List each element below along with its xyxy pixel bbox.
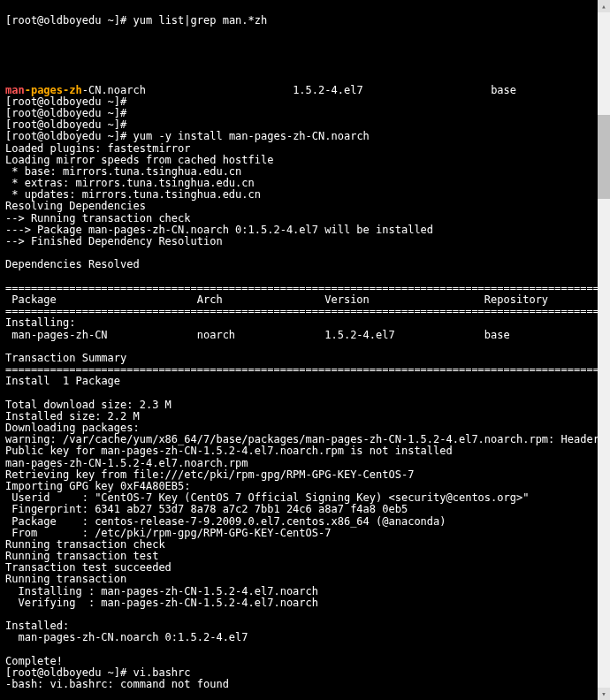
output-line: * base: mirrors.tuna.tsinghua.edu.cn xyxy=(5,165,241,178)
output-line: Total download size: 2.3 M xyxy=(5,399,172,411)
install-step: Installing : man-pages-zh-CN-1.5.2-4.el7… xyxy=(5,585,610,597)
output-line: Importing GPG key 0xF4A80EB5: xyxy=(5,480,191,492)
output-line: From : /etc/pki/rpm-gpg/RPM-GPG-KEY-Cent… xyxy=(5,527,331,539)
output-line: Running transaction check xyxy=(5,538,165,551)
divider: ========================================… xyxy=(5,282,610,294)
output-line: Running transaction xyxy=(5,573,126,585)
output-line: Loading mirror speeds from cached hostfi… xyxy=(5,154,273,166)
output-line: * extras: mirrors.tuna.tsinghua.edu.cn xyxy=(5,177,255,189)
output-line: Loaded plugins: fastestmirror xyxy=(5,142,191,155)
output-line: --> Running transaction check xyxy=(5,212,191,224)
error-line: -bash: vi.bashrc: command not found xyxy=(5,678,229,690)
output-line: Installed: xyxy=(5,620,69,632)
output-line: Installed size: 2.2 M xyxy=(5,410,140,422)
output-line: Downloading packages: xyxy=(5,422,140,434)
scroll-up-button[interactable]: ▴ xyxy=(598,0,610,12)
prompt-empty: [root@oldboyedu ~]# xyxy=(5,95,126,108)
scrollbar-track[interactable]: ▴ ▾ xyxy=(598,0,610,700)
output-line: Running transaction test xyxy=(5,550,158,562)
divider: ========================================… xyxy=(5,305,610,317)
table-header: Package Arch Version Repository Size xyxy=(5,293,610,306)
download-progress: man-pages-zh-CN-1.5.2-4.el7.noarch.rpm |… xyxy=(5,457,610,469)
output-line: * updates: mirrors.tuna.tsinghua.edu.cn xyxy=(5,188,261,201)
output-line: Transaction Summary xyxy=(5,352,126,364)
output-line: man-pages-zh-CN.noarch 0:1.5.2-4.el7 xyxy=(5,631,248,643)
prompt-empty: [root@oldboyedu ~]# xyxy=(5,118,126,131)
output-line: Installing: xyxy=(5,316,75,329)
table-row: man-pages-zh-CN noarch 1.5.2-4.el7 base … xyxy=(5,329,610,341)
prompt: [root@oldboyedu ~]# yum list|grep man.*z… xyxy=(5,14,267,27)
prompt-vi: [root@oldboyedu ~]# vi.bashrc xyxy=(5,666,191,679)
install-count: Install 1 Package xyxy=(5,375,120,387)
terminal-output[interactable]: [root@oldboyedu ~]# yum list|grep man.*z… xyxy=(0,0,610,694)
scrollbar-thumb[interactable] xyxy=(598,115,610,199)
prompt-empty: [root@oldboyedu ~]# xyxy=(5,107,126,119)
scroll-down-button[interactable]: ▾ xyxy=(598,688,610,700)
output-line: Fingerprint: 6341 ab27 53d7 8a78 a7c2 7b… xyxy=(5,503,408,515)
prompt-install: [root@oldboyedu ~]# yum -y install man-p… xyxy=(5,130,370,142)
output-line: Userid : "CentOS-7 Key (CentOS 7 Officia… xyxy=(5,491,529,504)
output-line: warning: /var/cache/yum/x86_64/7/base/pa… xyxy=(5,433,610,445)
output-line: Transaction test succeeded xyxy=(5,561,172,574)
output-line: ---> Package man-pages-zh-CN.noarch 0:1.… xyxy=(5,224,433,236)
divider: ========================================… xyxy=(5,363,610,376)
output-line: Retrieving key from file:///etc/pki/rpm-… xyxy=(5,468,414,481)
blank-space xyxy=(5,27,605,72)
verify-step: Verifying : man-pages-zh-CN-1.5.2-4.el7.… xyxy=(5,597,610,609)
output-line: Dependencies Resolved xyxy=(5,258,140,270)
output-line: Package : centos-release-7-9.2009.0.el7.… xyxy=(5,515,446,528)
output-line: --> Finished Dependency Resolution xyxy=(5,235,223,247)
output-line: Complete! xyxy=(5,655,63,667)
grep-result-line: man-pages-zh-CN.noarch 1.5.2-4.el7 base xyxy=(5,84,516,96)
output-line: Public key for man-pages-zh-CN-1.5.2-4.e… xyxy=(5,445,453,457)
output-line: Resolving Dependencies xyxy=(5,200,146,212)
